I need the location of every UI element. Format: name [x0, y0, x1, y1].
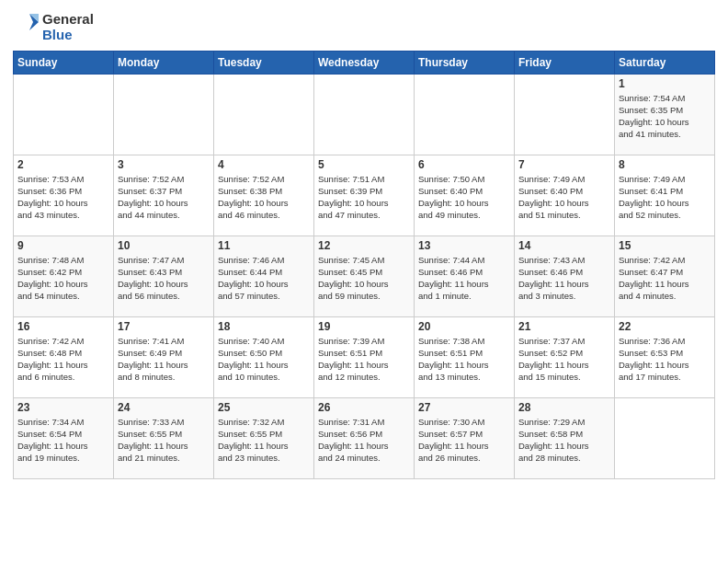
table-row: 4Sunrise: 7:52 AM Sunset: 6:38 PM Daylig… — [214, 155, 314, 236]
table-row: 23Sunrise: 7:34 AM Sunset: 6:54 PM Dayli… — [14, 397, 114, 478]
day-number: 14 — [518, 239, 610, 252]
day-number: 28 — [518, 401, 610, 414]
day-info: Sunrise: 7:41 AM Sunset: 6:49 PM Dayligh… — [118, 335, 210, 384]
day-info: Sunrise: 7:42 AM Sunset: 6:47 PM Dayligh… — [619, 254, 711, 303]
table-row: 24Sunrise: 7:33 AM Sunset: 6:55 PM Dayli… — [114, 397, 214, 478]
day-info: Sunrise: 7:46 AM Sunset: 6:44 PM Dayligh… — [218, 254, 310, 303]
day-number: 6 — [418, 158, 510, 171]
day-info: Sunrise: 7:47 AM Sunset: 6:43 PM Dayligh… — [118, 254, 210, 303]
logo: General Blue — [13, 11, 94, 43]
day-number: 25 — [218, 401, 310, 414]
day-number: 26 — [318, 401, 410, 414]
day-info: Sunrise: 7:49 AM Sunset: 6:41 PM Dayligh… — [619, 173, 711, 222]
day-info: Sunrise: 7:52 AM Sunset: 6:37 PM Dayligh… — [118, 173, 210, 222]
day-info: Sunrise: 7:32 AM Sunset: 6:55 PM Dayligh… — [218, 416, 310, 465]
calendar-header-row: Sunday Monday Tuesday Wednesday Thursday… — [14, 51, 715, 74]
day-info: Sunrise: 7:36 AM Sunset: 6:53 PM Dayligh… — [619, 335, 711, 384]
table-row: 18Sunrise: 7:40 AM Sunset: 6:50 PM Dayli… — [214, 316, 314, 397]
table-row: 28Sunrise: 7:29 AM Sunset: 6:58 PM Dayli… — [515, 397, 615, 478]
day-info: Sunrise: 7:29 AM Sunset: 6:58 PM Dayligh… — [518, 416, 610, 465]
day-number: 7 — [518, 158, 610, 171]
day-info: Sunrise: 7:40 AM Sunset: 6:50 PM Dayligh… — [218, 335, 310, 384]
day-info: Sunrise: 7:49 AM Sunset: 6:40 PM Dayligh… — [518, 173, 610, 222]
table-row: 16Sunrise: 7:42 AM Sunset: 6:48 PM Dayli… — [14, 316, 114, 397]
table-row: 19Sunrise: 7:39 AM Sunset: 6:51 PM Dayli… — [314, 316, 415, 397]
day-number: 20 — [418, 320, 510, 333]
day-number: 27 — [418, 401, 510, 414]
day-number: 8 — [619, 158, 711, 171]
calendar-week-row: 9Sunrise: 7:48 AM Sunset: 6:42 PM Daylig… — [14, 236, 715, 316]
calendar-week-row: 1Sunrise: 7:54 AM Sunset: 6:35 PM Daylig… — [14, 74, 715, 155]
col-monday: Monday — [114, 51, 214, 74]
calendar-week-row: 23Sunrise: 7:34 AM Sunset: 6:54 PM Dayli… — [14, 397, 715, 478]
table-row: 10Sunrise: 7:47 AM Sunset: 6:43 PM Dayli… — [114, 236, 214, 316]
table-row: 9Sunrise: 7:48 AM Sunset: 6:42 PM Daylig… — [14, 236, 114, 316]
table-row: 22Sunrise: 7:36 AM Sunset: 6:53 PM Dayli… — [615, 316, 715, 397]
day-info: Sunrise: 7:54 AM Sunset: 6:35 PM Dayligh… — [619, 92, 711, 141]
day-number: 22 — [619, 320, 711, 333]
header: General Blue — [13, 11, 715, 43]
day-info: Sunrise: 7:33 AM Sunset: 6:55 PM Dayligh… — [118, 416, 210, 465]
day-info: Sunrise: 7:45 AM Sunset: 6:45 PM Dayligh… — [318, 254, 410, 303]
calendar: Sunday Monday Tuesday Wednesday Thursday… — [13, 51, 715, 479]
col-wednesday: Wednesday — [314, 51, 415, 74]
col-thursday: Thursday — [415, 51, 515, 74]
calendar-week-row: 2Sunrise: 7:53 AM Sunset: 6:36 PM Daylig… — [14, 155, 715, 236]
table-row: 26Sunrise: 7:31 AM Sunset: 6:56 PM Dayli… — [314, 397, 415, 478]
col-saturday: Saturday — [615, 51, 715, 74]
col-sunday: Sunday — [14, 51, 114, 74]
day-number: 9 — [17, 239, 109, 252]
day-info: Sunrise: 7:53 AM Sunset: 6:36 PM Dayligh… — [17, 173, 109, 222]
day-number: 4 — [218, 158, 310, 171]
day-info: Sunrise: 7:42 AM Sunset: 6:48 PM Dayligh… — [17, 335, 109, 384]
table-row — [415, 74, 515, 155]
col-friday: Friday — [515, 51, 615, 74]
table-row: 15Sunrise: 7:42 AM Sunset: 6:47 PM Dayli… — [615, 236, 715, 316]
table-row: 2Sunrise: 7:53 AM Sunset: 6:36 PM Daylig… — [14, 155, 114, 236]
calendar-week-row: 16Sunrise: 7:42 AM Sunset: 6:48 PM Dayli… — [14, 316, 715, 397]
day-info: Sunrise: 7:37 AM Sunset: 6:52 PM Dayligh… — [518, 335, 610, 384]
day-number: 18 — [218, 320, 310, 333]
day-number: 5 — [318, 158, 410, 171]
day-info: Sunrise: 7:30 AM Sunset: 6:57 PM Dayligh… — [418, 416, 510, 465]
day-info: Sunrise: 7:52 AM Sunset: 6:38 PM Dayligh… — [218, 173, 310, 222]
table-row: 17Sunrise: 7:41 AM Sunset: 6:49 PM Dayli… — [114, 316, 214, 397]
table-row: 27Sunrise: 7:30 AM Sunset: 6:57 PM Dayli… — [415, 397, 515, 478]
table-row: 11Sunrise: 7:46 AM Sunset: 6:44 PM Dayli… — [214, 236, 314, 316]
table-row: 12Sunrise: 7:45 AM Sunset: 6:45 PM Dayli… — [314, 236, 415, 316]
day-number: 13 — [418, 239, 510, 252]
table-row: 3Sunrise: 7:52 AM Sunset: 6:37 PM Daylig… — [114, 155, 214, 236]
day-info: Sunrise: 7:39 AM Sunset: 6:51 PM Dayligh… — [318, 335, 410, 384]
day-info: Sunrise: 7:31 AM Sunset: 6:56 PM Dayligh… — [318, 416, 410, 465]
day-number: 10 — [118, 239, 210, 252]
day-info: Sunrise: 7:43 AM Sunset: 6:46 PM Dayligh… — [518, 254, 610, 303]
table-row: 1Sunrise: 7:54 AM Sunset: 6:35 PM Daylig… — [615, 74, 715, 155]
table-row: 21Sunrise: 7:37 AM Sunset: 6:52 PM Dayli… — [515, 316, 615, 397]
day-number: 19 — [318, 320, 410, 333]
table-row: 5Sunrise: 7:51 AM Sunset: 6:39 PM Daylig… — [314, 155, 415, 236]
day-number: 12 — [318, 239, 410, 252]
table-row: 14Sunrise: 7:43 AM Sunset: 6:46 PM Dayli… — [515, 236, 615, 316]
day-number: 3 — [118, 158, 210, 171]
table-row: 7Sunrise: 7:49 AM Sunset: 6:40 PM Daylig… — [515, 155, 615, 236]
table-row: 20Sunrise: 7:38 AM Sunset: 6:51 PM Dayli… — [415, 316, 515, 397]
day-info: Sunrise: 7:44 AM Sunset: 6:46 PM Dayligh… — [418, 254, 510, 303]
day-info: Sunrise: 7:51 AM Sunset: 6:39 PM Dayligh… — [318, 173, 410, 222]
day-number: 15 — [619, 239, 711, 252]
table-row — [114, 74, 214, 155]
day-number: 23 — [17, 401, 109, 414]
day-number: 2 — [17, 158, 109, 171]
day-number: 1 — [619, 77, 711, 90]
day-info: Sunrise: 7:50 AM Sunset: 6:40 PM Dayligh… — [418, 173, 510, 222]
table-row — [615, 397, 715, 478]
page: General Blue Sunday Monday Tuesday Wedne… — [0, 0, 728, 563]
table-row: 25Sunrise: 7:32 AM Sunset: 6:55 PM Dayli… — [214, 397, 314, 478]
table-row: 8Sunrise: 7:49 AM Sunset: 6:41 PM Daylig… — [615, 155, 715, 236]
day-number: 11 — [218, 239, 310, 252]
day-number: 24 — [118, 401, 210, 414]
table-row — [314, 74, 415, 155]
table-row — [515, 74, 615, 155]
day-info: Sunrise: 7:48 AM Sunset: 6:42 PM Dayligh… — [17, 254, 109, 303]
table-row: 6Sunrise: 7:50 AM Sunset: 6:40 PM Daylig… — [415, 155, 515, 236]
table-row — [14, 74, 114, 155]
